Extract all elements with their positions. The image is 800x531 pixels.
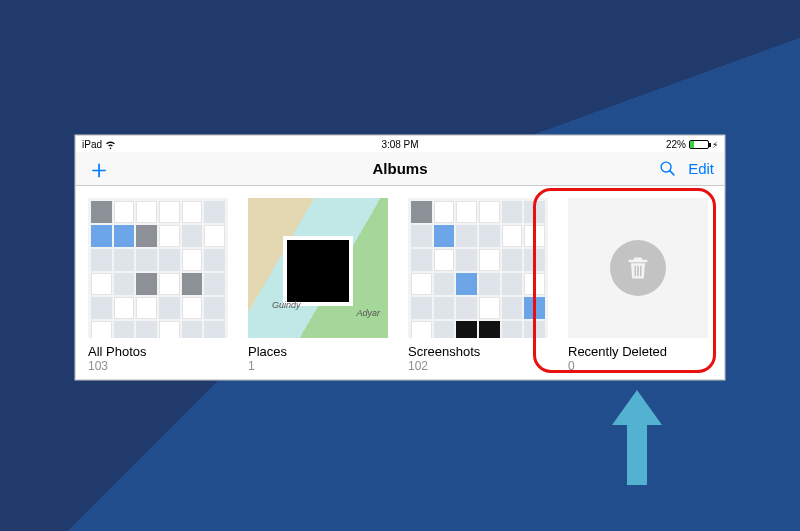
album-thumbnail (408, 198, 548, 338)
album-thumbnail (568, 198, 708, 338)
album-name: All Photos (88, 344, 228, 359)
album-name: Screenshots (408, 344, 548, 359)
album-count: 0 (568, 359, 708, 373)
album-screenshots[interactable]: Screenshots 102 (408, 198, 548, 373)
map-label: Adyar (356, 308, 380, 318)
device-name: iPad (82, 139, 102, 150)
album-recently-deleted[interactable]: Recently Deleted 0 (568, 198, 708, 373)
map-label: Guindy (272, 300, 301, 310)
trash-icon (624, 254, 652, 282)
album-count: 1 (248, 359, 388, 373)
photos-app-window: iPad 3:08 PM 22% ⚡︎ ＋ Albums Edit (75, 135, 725, 380)
album-thumbnail: Adyar Guindy (248, 198, 388, 338)
clock: 3:08 PM (381, 139, 418, 150)
album-name: Places (248, 344, 388, 359)
album-name: Recently Deleted (568, 344, 708, 359)
album-places[interactable]: Adyar Guindy Places 1 (248, 198, 388, 373)
album-count: 103 (88, 359, 228, 373)
charging-icon: ⚡︎ (712, 140, 718, 150)
svg-line-1 (670, 171, 674, 175)
page-title: Albums (372, 160, 427, 177)
album-thumbnail (88, 198, 228, 338)
album-grid: All Photos 103 Adyar Guindy Places 1 (76, 186, 724, 380)
edit-button[interactable]: Edit (688, 160, 714, 177)
wifi-icon (105, 139, 116, 150)
battery-icon (689, 140, 709, 149)
status-bar: iPad 3:08 PM 22% ⚡︎ (76, 136, 724, 152)
battery-percent: 22% (666, 139, 686, 150)
album-all-photos[interactable]: All Photos 103 (88, 198, 228, 373)
album-count: 102 (408, 359, 548, 373)
search-button[interactable] (659, 160, 676, 177)
navigation-bar: ＋ Albums Edit (76, 152, 724, 186)
